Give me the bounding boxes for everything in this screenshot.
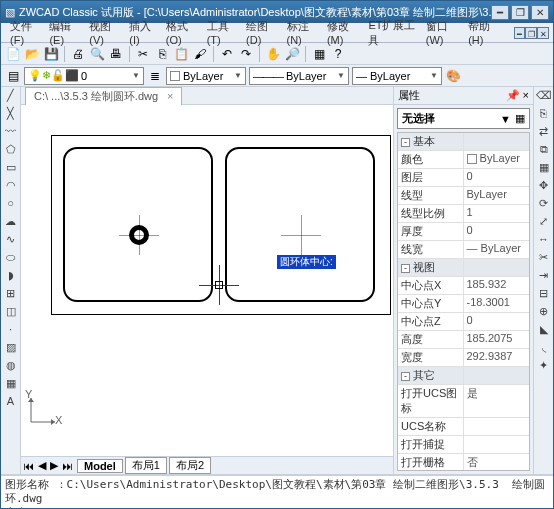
prop-ltype-v[interactable]: ByLayer — [464, 187, 530, 204]
prop-ucsn-v[interactable] — [464, 418, 530, 435]
group-basic[interactable]: 基本 — [413, 135, 435, 147]
block-icon[interactable]: ◫ — [3, 305, 19, 321]
selection-dropdown[interactable]: 无选择 ▼ ▦ — [397, 108, 530, 129]
redo-icon[interactable]: ↷ — [238, 46, 254, 62]
doc-restore-button[interactable]: ❐ — [525, 27, 537, 39]
new-icon[interactable]: 📄 — [5, 46, 21, 62]
insert-icon[interactable]: ⊞ — [3, 287, 19, 303]
menu-modify[interactable]: 修改(M) — [322, 17, 363, 48]
layer-dropdown[interactable]: 💡❄🔓⬛ 0 ▼ — [24, 67, 144, 85]
tool-icon[interactable]: ▦ — [311, 46, 327, 62]
ellipsearc-icon[interactable]: ◗ — [3, 269, 19, 285]
region-icon[interactable]: ◍ — [3, 359, 19, 375]
prop-color-v[interactable]: ByLayer — [480, 152, 520, 164]
cut-icon[interactable]: ✂ — [135, 46, 151, 62]
group-misc[interactable]: 其它 — [413, 369, 435, 381]
print-icon[interactable]: 🖨 — [70, 46, 86, 62]
rect-icon[interactable]: ▭ — [3, 161, 19, 177]
undo-icon[interactable]: ↶ — [219, 46, 235, 62]
line-icon[interactable]: ╱ — [3, 89, 19, 105]
chamfer-icon[interactable]: ◣ — [536, 323, 552, 339]
point-icon[interactable]: · — [3, 323, 19, 339]
prop-cx-v[interactable]: 185.932 — [464, 277, 530, 294]
layer-manager-icon[interactable]: ▤ — [5, 68, 21, 84]
tab-last-icon[interactable]: ⏭ — [60, 460, 75, 472]
text-icon[interactable]: A — [3, 395, 19, 411]
menu-insert[interactable]: 插入(I) — [124, 17, 160, 48]
tab-first-icon[interactable]: ⏮ — [21, 460, 36, 472]
extend-icon[interactable]: ⇥ — [536, 269, 552, 285]
prop-grid-v[interactable]: 否 — [464, 454, 530, 471]
linetype-dropdown[interactable]: ——— ByLayer ▼ — [249, 67, 349, 85]
color-dropdown[interactable]: ByLayer ▼ — [166, 67, 246, 85]
prop-thick-v[interactable]: 0 — [464, 223, 530, 240]
prop-snap-v[interactable] — [464, 436, 530, 453]
lineweight-dropdown[interactable]: — ByLayer ▼ — [352, 67, 442, 85]
mirror-icon[interactable]: ⇄ — [536, 125, 552, 141]
document-tab[interactable]: C:\ ...\3.5.3 绘制圆环.dwg × — [25, 87, 182, 105]
group-view[interactable]: 视图 — [413, 261, 435, 273]
close-tab-icon[interactable]: × — [167, 90, 173, 102]
menu-format[interactable]: 格式(O) — [161, 17, 202, 48]
prop-layer-v[interactable]: 0 — [464, 169, 530, 186]
erase-icon[interactable]: ⌫ — [536, 89, 552, 105]
prop-h-v[interactable]: 185.2075 — [464, 331, 530, 348]
break-icon[interactable]: ⊟ — [536, 287, 552, 303]
menu-window[interactable]: 窗口(W) — [421, 17, 463, 48]
zoom-icon[interactable]: 🔎 — [284, 46, 300, 62]
ellipse-icon[interactable]: ⬭ — [3, 251, 19, 267]
prop-lw-v[interactable]: ByLayer — [481, 242, 521, 254]
maximize-button[interactable]: ❐ — [511, 5, 529, 20]
trim-icon[interactable]: ✂ — [536, 251, 552, 267]
doc-minimize-button[interactable]: ━ — [514, 27, 526, 39]
menu-dim[interactable]: 标注(N) — [282, 17, 322, 48]
pan-icon[interactable]: ✋ — [265, 46, 281, 62]
tab-prev-icon[interactable]: ◀ — [36, 459, 48, 472]
panel-close-icon[interactable]: × — [523, 89, 529, 101]
menu-edit[interactable]: 编辑(E) — [44, 17, 84, 48]
prop-ucs-v[interactable]: 是 — [464, 385, 530, 417]
open-icon[interactable]: 📂 — [24, 46, 40, 62]
menu-draw[interactable]: 绘图(D) — [241, 17, 281, 48]
panel-pin-icon[interactable]: 📌 — [506, 89, 520, 101]
stretch-icon[interactable]: ↔ — [536, 233, 552, 249]
table-icon[interactable]: ▦ — [3, 377, 19, 393]
array-icon[interactable]: ▦ — [536, 161, 552, 177]
scale-icon[interactable]: ⤢ — [536, 215, 552, 231]
publish-icon[interactable]: 🖶 — [108, 46, 124, 62]
doc-close-button[interactable]: ✕ — [537, 27, 549, 39]
offset-icon[interactable]: ⧉ — [536, 143, 552, 159]
copy-icon[interactable]: ⎘ — [154, 46, 170, 62]
menu-help[interactable]: 帮助(H) — [463, 17, 503, 48]
tab-layout1[interactable]: 布局1 — [125, 457, 167, 474]
save-icon[interactable]: 💾 — [43, 46, 59, 62]
prop-w-v[interactable]: 292.9387 — [464, 349, 530, 366]
prop-cz-v[interactable]: 0 — [464, 313, 530, 330]
pline-icon[interactable]: 〰 — [3, 125, 19, 141]
arc-icon[interactable]: ◠ — [3, 179, 19, 195]
tab-next-icon[interactable]: ▶ — [48, 459, 60, 472]
menu-file[interactable]: 文件(F) — [5, 17, 44, 48]
join-icon[interactable]: ⊕ — [536, 305, 552, 321]
hatch-icon[interactable]: ▨ — [3, 341, 19, 357]
command-history[interactable]: 图形名称 ：C:\Users\Administrator\Desktop\图文教… — [1, 474, 553, 509]
prop-ltscale-v[interactable]: 1 — [464, 205, 530, 222]
rotate-icon[interactable]: ⟳ — [536, 197, 552, 213]
paste-icon[interactable]: 📋 — [173, 46, 189, 62]
copy2-icon[interactable]: ⎘ — [536, 107, 552, 123]
menu-view[interactable]: 视图(V) — [84, 17, 124, 48]
layer-prev-icon[interactable]: ≣ — [147, 68, 163, 84]
color-picker-icon[interactable]: 🎨 — [445, 68, 461, 84]
tab-model[interactable]: Model — [77, 459, 123, 473]
menu-et[interactable]: ET扩展工具 — [363, 16, 420, 50]
fillet-icon[interactable]: ◟ — [536, 341, 552, 357]
polygon-icon[interactable]: ⬠ — [3, 143, 19, 159]
match-icon[interactable]: 🖌 — [192, 46, 208, 62]
menu-tools[interactable]: 工具(T) — [202, 17, 241, 48]
revcloud-icon[interactable]: ☁ — [3, 215, 19, 231]
drawing-canvas[interactable]: 圆环体中心: X Y — [21, 105, 393, 456]
move-icon[interactable]: ✥ — [536, 179, 552, 195]
spline-icon[interactable]: ∿ — [3, 233, 19, 249]
explode-icon[interactable]: ✦ — [536, 359, 552, 375]
preview-icon[interactable]: 🔍 — [89, 46, 105, 62]
